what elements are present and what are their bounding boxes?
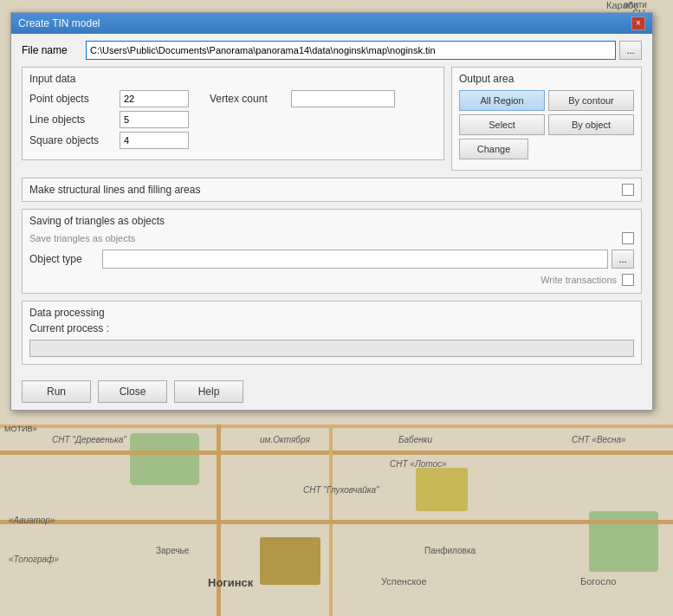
map-road [0, 520, 673, 524]
save-triangles-label: Save triangles as objects [29, 233, 135, 243]
write-transactions-checkbox[interactable] [622, 274, 634, 286]
object-type-row: Object type ... [29, 250, 634, 269]
save-triangles-checkbox[interactable] [622, 232, 634, 244]
input-data-title: Input data [29, 73, 437, 85]
close-dialog-button[interactable]: Close [98, 380, 167, 403]
output-area-group: Output area All Region By contour Select… [451, 67, 642, 171]
structural-label: Make structural lines and filling areas [29, 184, 200, 196]
map-place-name: СНТ "Глуховчайка" [303, 485, 379, 495]
main-content: Input data Point objects Vertex count Li… [22, 67, 642, 171]
dialog-body: File name ... Input data Point objects V… [11, 34, 652, 373]
point-objects-row: Point objects Vertex count [29, 90, 437, 107]
left-panel: Input data Point objects Vertex count Li… [22, 67, 444, 171]
change-button[interactable]: Change [459, 139, 528, 159]
map-place-name: «Авиатор» [9, 515, 55, 525]
square-objects-row: Square objects [29, 132, 437, 149]
dialog-titlebar: Create TIN model × [11, 13, 652, 34]
map-place-name: Панфиловка [424, 546, 476, 555]
line-objects-label: Line objects [29, 113, 116, 126]
input-data-group: Input data Point objects Vertex count Li… [22, 67, 444, 160]
dialog-title: Create TIN model [18, 17, 100, 29]
right-panel: Output area All Region By contour Select… [451, 67, 642, 171]
object-type-input[interactable] [102, 250, 608, 269]
map-place-name: СНТ «Весна» [572, 435, 626, 444]
close-button[interactable]: × [631, 16, 645, 30]
structural-checkbox[interactable] [622, 184, 634, 196]
processing-title: Data processing [29, 307, 634, 319]
select-button[interactable]: Select [459, 114, 545, 135]
map-place-name: СНТ «Лотос» [390, 459, 447, 469]
point-objects-input[interactable] [120, 90, 189, 107]
map-place-name: им.Октября [260, 435, 310, 444]
run-button[interactable]: Run [22, 380, 91, 403]
progress-bar [29, 340, 634, 357]
file-name-row: File name ... [22, 41, 642, 60]
saving-section: Saving of triangles as objects Save tria… [22, 209, 642, 294]
map-city-name: Ногинск [208, 576, 253, 589]
file-name-label: File name [22, 44, 82, 56]
line-objects-row: Line objects [29, 111, 437, 128]
help-button[interactable]: Help [174, 380, 243, 403]
line-objects-input[interactable] [120, 111, 189, 128]
map-place-name: «Топограф» [9, 554, 59, 564]
output-btn-row-3: Change [459, 139, 634, 159]
file-browse-button[interactable]: ... [619, 41, 642, 60]
square-objects-input[interactable] [120, 132, 189, 149]
file-name-input[interactable] [86, 41, 616, 60]
output-btn-row-1: All Region By contour [459, 90, 634, 111]
object-type-browse-button[interactable]: ... [612, 250, 634, 269]
point-objects-label: Point objects [29, 93, 116, 105]
structural-row: Make structural lines and filling areas [22, 178, 642, 202]
map-edge-label: МОТИВ» [4, 425, 36, 433]
map-road [0, 425, 673, 428]
vertex-count-input[interactable] [291, 90, 395, 107]
map-green-area [130, 433, 199, 485]
map-green-area [416, 468, 468, 511]
processing-section: Data processing Current process : [22, 301, 642, 365]
output-area-title: Output area [459, 73, 634, 85]
square-objects-label: Square objects [29, 134, 116, 146]
saving-title: Saving of triangles as objects [29, 215, 634, 227]
map-place-name: СНТ "Деревенька" [52, 435, 126, 444]
object-type-label: Object type [29, 253, 99, 265]
current-process-row: Current process : [29, 322, 634, 334]
map-place-name: Успенское [381, 576, 427, 587]
map-road [0, 451, 673, 455]
by-object-button[interactable]: By object [548, 114, 634, 135]
map-edge-label: олити [624, 0, 647, 10]
write-transactions-row: Write transactions [29, 274, 634, 286]
output-btn-row-2: Select By object [459, 114, 634, 135]
map-green-area [260, 537, 320, 585]
by-contour-button[interactable]: By contour [548, 90, 634, 111]
map-place-name: Богосло [580, 576, 616, 587]
map-place-name: Заречье [156, 546, 189, 555]
save-triangles-row: Save triangles as objects [29, 232, 634, 244]
map-place-name: Бабенки [398, 435, 432, 444]
current-process-label: Current process : [29, 322, 109, 334]
write-transactions-label: Write transactions [540, 275, 617, 285]
bottom-buttons: Run Close Help [11, 373, 652, 410]
vertex-count-label: Vertex count [210, 93, 288, 105]
create-tin-dialog: Create TIN model × File name ... Input d… [10, 12, 653, 411]
all-region-button[interactable]: All Region [459, 90, 545, 111]
